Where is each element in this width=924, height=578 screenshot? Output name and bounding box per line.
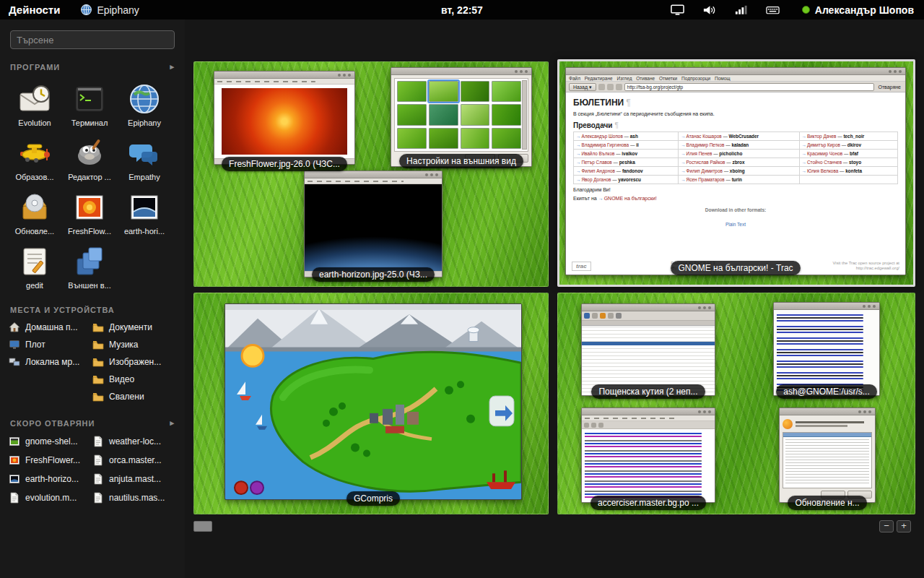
app-menu[interactable]: Epiphany [80,4,139,16]
plain-text-link[interactable]: Plain Text [725,222,746,227]
footer-visit-link[interactable]: Visit the Trac open source project at ht… [795,261,899,272]
window-earth-viewer[interactable] [304,171,443,277]
window-gedit-po[interactable] [581,407,715,503]
window-freshflower-viewer[interactable] [214,71,355,165]
wallpaper-thumb[interactable] [397,104,427,125]
back-button[interactable]: Назад ▾ [569,83,596,91]
team-link[interactable]: GNOME на български! [598,196,657,201]
translator-link[interactable]: Юлия Велкова [802,168,839,173]
app-launcher-gedit[interactable]: gedit [7,241,62,293]
recent-item[interactable]: evolution.m... [9,488,92,507]
window-terminal[interactable] [773,302,880,396]
dialog-button[interactable] [847,491,872,499]
window-update-manager[interactable] [779,407,876,503]
translator-link[interactable]: Александър Шопов [576,134,623,139]
app-launcher-terminal[interactable]: Терминал [62,79,117,130]
recent-item[interactable]: weather-loc... [92,432,176,451]
wallpaper-thumb[interactable] [461,104,490,125]
place-home[interactable]: Домашна п... [9,319,92,336]
translator-link[interactable]: Виктор Дачев [802,134,837,139]
add-workspace-button[interactable]: + [897,520,911,532]
recent-item[interactable]: gnome-shel... [9,432,92,451]
translator-link[interactable]: Стойчо Станчев [802,160,842,165]
translator-link[interactable]: Филип Андонов [576,168,615,173]
translator-link[interactable]: Владимира Гиргинова [576,142,629,147]
open-button[interactable]: Отваряне [876,85,902,90]
window-gcompris[interactable] [225,303,522,500]
translator-link[interactable]: Владимир Петков [681,142,724,147]
workspace-indicator[interactable] [193,521,212,532]
volume-status-icon[interactable] [702,4,717,16]
recent-item[interactable]: anjuta.mast... [92,470,176,488]
dialog-button[interactable] [498,154,528,163]
recent-item[interactable]: orca.master... [92,451,176,470]
place-videos[interactable]: Видео [92,371,176,388]
translator-link[interactable]: Филип Димитров [681,168,723,173]
wallpaper-thumb[interactable] [397,128,427,149]
translator-link[interactable]: Ясен Праматаров [681,177,724,182]
clock[interactable]: вт, 22:57 [441,4,483,16]
translator-link[interactable]: Ивайло Вълков [576,151,614,156]
window-evolution-mail[interactable] [581,303,715,396]
workspace-4[interactable]: Пощенска кутия (2 неп... ash@GNOME:/usr/… [557,293,915,514]
translator-nick: stoyo [842,160,861,165]
recent-item[interactable]: earth-horizo... [9,470,92,488]
place-pictures[interactable]: Изображен... [92,353,176,371]
dialog-button[interactable] [821,491,845,499]
forward-icon[interactable] [598,84,605,90]
wallpaper-thumb[interactable] [461,128,490,149]
keyboard-status-icon[interactable] [766,4,780,16]
place-documents[interactable]: Документи [92,319,176,336]
app-launcher-evolution[interactable]: Evolution [7,79,62,130]
translator-link[interactable]: Ростислав Райков [681,160,725,165]
app-launcher-updates[interactable]: Обновле... [7,187,62,238]
home-icon[interactable] [616,84,622,90]
translator-link[interactable]: Явор Доганов [576,177,611,182]
network-status-icon[interactable] [734,4,749,16]
wallpaper-thumb[interactable] [429,81,458,102]
app-launcher-gimp[interactable]: Редактор ... [62,133,117,184]
activities-button[interactable]: Дейности [0,0,69,20]
recent-item[interactable]: nautilus.mas... [92,488,176,507]
wallpaper-thumb[interactable] [461,81,490,102]
programs-expand-arrow-icon[interactable]: ▸ [170,62,175,72]
workspace-2-active[interactable]: Файл Редактиране Изглед Отиване Отметки … [557,59,915,287]
wallpaper-thumb[interactable] [492,128,521,149]
app-launcher-external[interactable]: Външен в... [62,241,117,293]
translator-link[interactable]: Петър Славов [576,160,612,165]
translator-cell: Ростислав Райковzbrox [679,158,799,167]
translator-nick: WebCrusader [722,134,759,139]
reload-icon[interactable] [607,84,614,90]
user-menu[interactable]: Александър Шопов [802,4,920,16]
place-local-network[interactable]: Локална мр... [9,353,92,371]
place-music[interactable]: Музика [92,336,176,353]
workspace-1[interactable]: FreshFlower.jpg-26.0 (ЧЗС... Настройки н… [193,61,549,287]
place-desktop[interactable]: Плот [9,336,92,353]
url-bar[interactable]: http://fsa-bg.org/project/gtp [624,83,875,91]
app-launcher-epiphany[interactable]: Epiphany [117,79,172,130]
recent-expand-arrow-icon[interactable]: ▸ [170,418,175,428]
translator-link[interactable]: Атанас Кошаров [681,134,721,139]
app-launcher-gcompris[interactable]: Образов... [7,133,62,184]
image-viewer-canvas [214,85,354,158]
dialog-button[interactable] [465,154,495,163]
app-launcher-earth-horizon[interactable]: earth-hori... [117,187,172,238]
translator-link[interactable]: Димитър Киров [802,142,840,147]
remove-workspace-button[interactable]: − [879,520,894,532]
wallpaper-thumb[interactable] [492,81,521,102]
window-trac-browser[interactable]: Файл Редактиране Изглед Отиване Отметки … [565,67,906,275]
window-appearance-prefs[interactable] [391,67,532,167]
translator-link[interactable]: Илия Пенев [681,151,712,156]
wallpaper-thumb[interactable] [429,128,458,149]
wallpaper-thumb[interactable] [429,104,458,125]
search-input[interactable] [10,30,175,49]
app-launcher-freshflower[interactable]: FreshFlow... [62,187,117,238]
translator-link[interactable]: Красимир Чонов [802,151,843,156]
workspace-3[interactable]: GCompris [193,293,549,514]
wallpaper-thumb[interactable] [492,104,521,125]
app-launcher-empathy[interactable]: Empathy [117,133,172,184]
wallpaper-thumb[interactable] [397,81,427,102]
display-status-icon[interactable] [671,4,685,16]
recent-item[interactable]: FreshFlower... [9,451,92,470]
place-downloads[interactable]: Свалени [92,388,176,405]
